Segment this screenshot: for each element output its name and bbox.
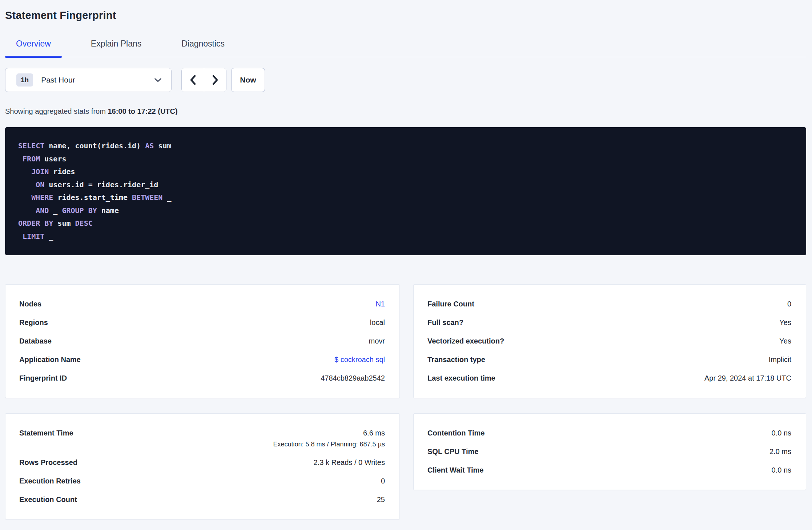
sql-line: FROM users — [18, 153, 793, 166]
sql-line: ON users.id = rides.rider_id — [18, 178, 793, 192]
summary-row: Client Wait Time0.0 ns — [427, 461, 791, 479]
page-title: Statement Fingerprint — [5, 9, 806, 21]
summary-row: Fingerprint ID4784cb829aab2542 — [19, 369, 385, 388]
sql-text — [18, 193, 31, 202]
aggregated-stats-caption: Showing aggregated stats from 16:00 to 1… — [5, 107, 806, 116]
summary-row: Contention Time0.0 ns — [427, 424, 791, 442]
summary-row: Vectorized execution?Yes — [427, 332, 791, 350]
row-value-wrap: Yes — [779, 337, 791, 345]
row-value: 0.0 ns — [772, 429, 791, 437]
row-value: 2.0 ms — [769, 447, 791, 455]
sql-text: sum — [53, 219, 75, 228]
statement-fingerprint-page: Statement Fingerprint Overview Explain P… — [0, 0, 812, 519]
time-toolbar: 1h Past Hour Now — [5, 68, 806, 92]
tab-bar: Overview Explain Plans Diagnostics — [5, 35, 806, 57]
summary-row: Regionslocal — [19, 313, 385, 332]
sql-text — [18, 167, 31, 176]
sql-keyword: JOIN — [31, 167, 49, 176]
sql-keyword: FROM — [23, 154, 40, 163]
summary-row: SQL CPU Time2.0 ms — [427, 442, 791, 461]
tab-diagnostics[interactable]: Diagnostics — [170, 35, 236, 57]
sql-keyword: LIMIT — [23, 232, 44, 241]
row-label: Application Name — [19, 356, 81, 364]
row-value-wrap: Apr 29, 2024 at 17:18 UTC — [704, 374, 791, 382]
sql-text — [18, 232, 23, 241]
summary-row: NodesN1 — [19, 295, 385, 313]
sql-text: _ — [49, 206, 62, 215]
row-value-wrap: $ cockroach sql — [334, 356, 385, 364]
row-label: Database — [19, 337, 52, 345]
row-value-wrap: 25 — [377, 495, 385, 504]
row-value: 4784cb829aab2542 — [321, 374, 385, 382]
card-time-stats: Contention Time0.0 nsSQL CPU Time2.0 msC… — [413, 413, 806, 490]
row-value: 0.0 ns — [772, 466, 791, 474]
sql-line: WHERE rides.start_time BETWEEN _ — [18, 191, 793, 204]
row-value-wrap: 2.3 k Reads / 0 Writes — [314, 458, 385, 467]
summary-cards: NodesN1RegionslocalDatabasemovrApplicati… — [5, 284, 806, 519]
tab-explain-plans-label: Explain Plans — [91, 39, 141, 48]
row-label: Transaction type — [427, 356, 485, 364]
time-range-select[interactable]: 1h Past Hour — [5, 68, 172, 92]
caption-prefix: Showing aggregated stats from — [5, 107, 108, 115]
row-value-wrap: 0 — [787, 300, 791, 308]
row-label: Full scan? — [427, 318, 463, 327]
row-value: Implicit — [769, 356, 791, 364]
summary-row: Databasemovr — [19, 332, 385, 350]
prev-time-button[interactable] — [182, 68, 204, 92]
sql-text: name, count(rides.id) — [44, 141, 145, 150]
card-execution-attributes: Failure Count0Full scan?YesVectorized ex… — [413, 284, 806, 398]
sql-text: _ — [162, 193, 171, 202]
row-value-wrap: 0 — [381, 477, 385, 485]
row-label: Fingerprint ID — [19, 374, 67, 382]
row-value-wrap: 4784cb829aab2542 — [321, 374, 385, 382]
row-label: Failure Count — [427, 300, 474, 308]
row-value-wrap: movr — [369, 337, 385, 345]
sql-text — [18, 180, 36, 189]
sql-line: SELECT name, count(rides.id) AS sum — [18, 140, 793, 153]
summary-row: Execution Retries0 — [19, 472, 385, 490]
row-value: Apr 29, 2024 at 17:18 UTC — [704, 374, 791, 382]
next-time-button[interactable] — [204, 68, 226, 92]
row-value: Yes — [779, 337, 791, 345]
row-value-wrap: Implicit — [769, 356, 791, 364]
sql-text: rides — [49, 167, 75, 176]
row-value-link[interactable]: $ cockroach sql — [334, 356, 385, 364]
tab-explain-plans[interactable]: Explain Plans — [80, 35, 152, 57]
sql-keyword: DESC — [75, 219, 93, 228]
time-pager — [181, 68, 226, 92]
row-label: Execution Retries — [19, 477, 81, 485]
time-range-badge: 1h — [16, 73, 33, 87]
row-label: Contention Time — [427, 429, 485, 437]
caption-time-range: 16:00 to 17:22 (UTC) — [108, 107, 177, 115]
summary-row: Rows Processed2.3 k Reads / 0 Writes — [19, 453, 385, 472]
sql-text: users.id = rides.rider_id — [44, 180, 158, 189]
sql-keyword: AND — [36, 206, 49, 215]
sql-keyword: ON — [36, 180, 44, 189]
tab-overview-label: Overview — [16, 39, 51, 48]
sql-line: JOIN rides — [18, 165, 793, 178]
summary-row: Statement Time6.6 msExecution: 5.8 ms / … — [19, 424, 385, 453]
tab-overview[interactable]: Overview — [5, 35, 62, 57]
summary-row: Application Name$ cockroach sql — [19, 350, 385, 369]
sql-keyword: BETWEEN — [132, 193, 162, 202]
sql-keyword: SELECT — [18, 141, 44, 150]
row-value: 2.3 k Reads / 0 Writes — [314, 458, 385, 466]
row-value: 0 — [787, 300, 791, 308]
chevron-left-icon — [190, 75, 196, 85]
tab-diagnostics-label: Diagnostics — [181, 39, 225, 48]
sql-line: AND _ GROUP BY name — [18, 204, 793, 217]
now-button[interactable]: Now — [231, 68, 265, 92]
sql-text: _ — [44, 232, 53, 241]
row-value-link[interactable]: N1 — [375, 300, 385, 308]
row-label: Nodes — [19, 300, 41, 308]
row-value-wrap: 0.0 ns — [772, 466, 791, 474]
summary-row: Failure Count0 — [427, 295, 791, 313]
row-label: Rows Processed — [19, 458, 77, 467]
row-value-wrap: 0.0 ns — [772, 429, 791, 437]
summary-row: Transaction typeImplicit — [427, 350, 791, 369]
sql-text: name — [97, 206, 119, 215]
sql-keyword: WHERE — [31, 193, 53, 202]
chevron-down-icon — [154, 78, 162, 83]
sql-text: users — [40, 154, 66, 163]
row-label: Execution Count — [19, 495, 77, 504]
